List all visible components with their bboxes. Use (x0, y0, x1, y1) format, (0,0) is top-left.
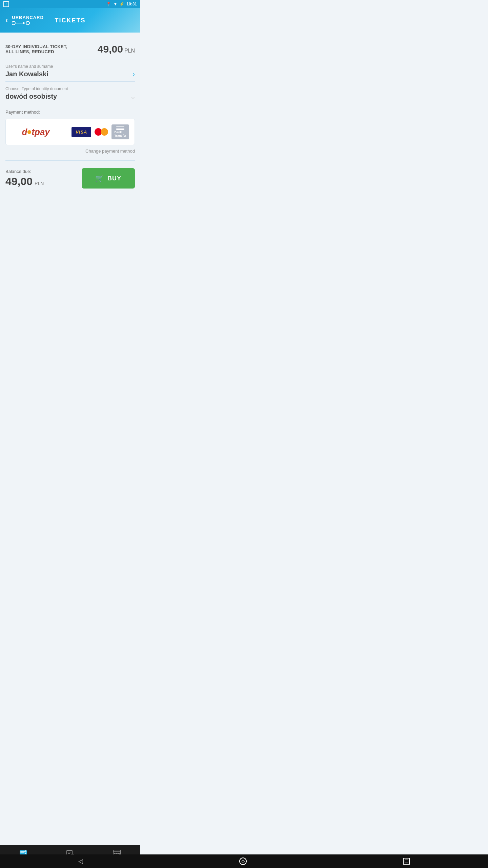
change-payment-link[interactable]: Change payment method (5, 145, 135, 155)
identity-section[interactable]: Choose: Type of identity document dowód … (5, 82, 135, 104)
time-display: 10:31 (126, 2, 137, 6)
dotpay-logo-area: d tpay (11, 127, 66, 137)
dotpay-dot (27, 130, 31, 134)
bank-line-3 (116, 129, 124, 130)
visa-badge: VISA (72, 127, 91, 137)
bank-transfer-badge: BankTransfer (111, 124, 129, 139)
logo-text: URBANCARD (12, 15, 44, 20)
payment-box[interactable]: d tpay VISA (5, 119, 135, 145)
payment-label: Payment method: (5, 110, 135, 115)
dotpay-d: d (22, 127, 27, 137)
balance-divider (5, 160, 135, 161)
svg-point-0 (12, 21, 15, 25)
logo-area: URBANCARD (12, 15, 44, 26)
dotpay-tpay: tpay (32, 127, 49, 137)
ticket-price-value: 49,00 (98, 43, 123, 55)
bank-line-2 (116, 128, 124, 129)
mastercard-badge (94, 127, 109, 137)
payment-methods-area: VISA BankTransfer (66, 124, 129, 139)
balance-currency: PLN (35, 181, 44, 186)
status-icons: 📍 ▼ ⚡ 10:31 (106, 2, 137, 6)
ticket-price-currency: PLN (124, 48, 135, 54)
mc-right-circle (101, 128, 108, 136)
identity-label: Choose: Type of identity document (5, 86, 135, 91)
svg-marker-2 (23, 22, 25, 24)
identity-value-row: dowód osobisty ⌵ (5, 93, 135, 100)
user-name: Jan Kowalski (5, 70, 48, 78)
balance-amount-row: 49,00 PLN (5, 175, 44, 188)
ticket-name: 30-DAY INDIVIDUAL TICKET, ALL LINES, RED… (5, 44, 77, 54)
buy-label: BUY (107, 175, 121, 182)
cart-icon: 🛒 (95, 174, 104, 182)
back-button[interactable]: ‹ (5, 16, 8, 25)
bank-lines (116, 126, 124, 130)
user-section[interactable]: User's name and surname Jan Kowalski › (5, 59, 135, 82)
alert-icon: ! (3, 2, 9, 6)
ticket-title-row: 30-DAY INDIVIDUAL TICKET, ALL LINES, RED… (5, 38, 135, 59)
chevron-right-icon: › (133, 70, 135, 78)
bank-transfer-label: BankTransfer (114, 131, 126, 137)
chevron-down-icon: ⌵ (131, 93, 135, 100)
svg-point-3 (26, 21, 29, 25)
balance-section: Balance due: 49,00 PLN 🛒 BUY (5, 163, 135, 194)
status-bar: ! 📍 ▼ ⚡ 10:31 (0, 0, 140, 8)
balance-label: Balance due: (5, 169, 44, 174)
bank-line-1 (116, 126, 124, 127)
logo-icon (12, 20, 32, 26)
header: ‹ URBANCARD TICKETS (0, 8, 140, 33)
ticket-price: 49,00 PLN (98, 43, 135, 55)
buy-button[interactable]: 🛒 BUY (82, 168, 135, 189)
balance-left: Balance due: 49,00 PLN (5, 169, 44, 188)
battery-icon: ⚡ (119, 2, 124, 6)
wifi-icon: ▼ (113, 2, 117, 6)
main-content: 30-DAY INDIVIDUAL TICKET, ALL LINES, RED… (0, 33, 140, 240)
header-title: TICKETS (55, 17, 85, 24)
location-icon: 📍 (106, 2, 111, 6)
balance-amount: 49,00 (5, 175, 33, 188)
logo-icons (12, 20, 32, 26)
user-value-row: Jan Kowalski › (5, 70, 135, 78)
user-label: User's name and surname (5, 64, 135, 69)
payment-section: Payment method: d tpay VISA (5, 104, 135, 158)
identity-value: dowód osobisty (5, 93, 57, 100)
